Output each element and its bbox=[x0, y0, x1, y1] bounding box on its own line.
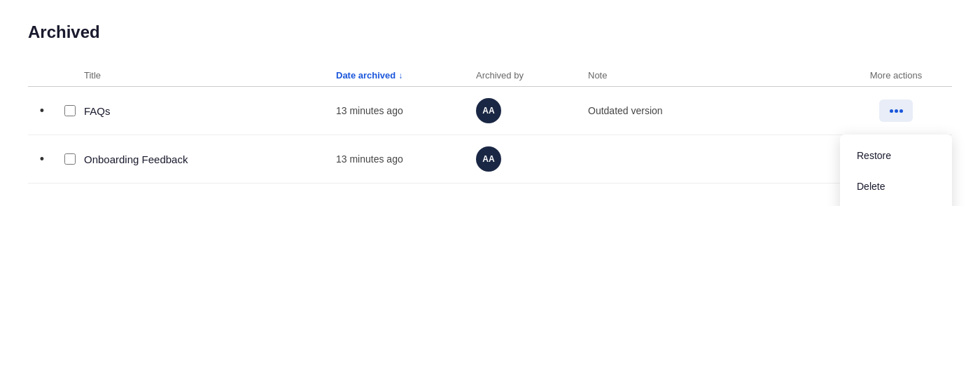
page-title: Archived bbox=[28, 22, 952, 42]
row-checkbox-1[interactable] bbox=[56, 105, 84, 116]
row-note-faqs: Outdated version bbox=[588, 105, 840, 116]
row-date-faqs: 13 minutes ago bbox=[336, 105, 476, 116]
dropdown-restore[interactable]: Restore bbox=[840, 140, 952, 171]
archived-table: Title Date archived ↓ Archived by Note M… bbox=[28, 64, 952, 184]
more-actions-col-faqs: Restore Delete Edit note bbox=[840, 99, 952, 122]
col-note: Note bbox=[588, 70, 840, 81]
avatar-onboarding: AA bbox=[476, 146, 501, 172]
row-title-faqs: FAQs bbox=[84, 105, 336, 117]
table-row: • FAQs 13 minutes ago AA Outdated versio… bbox=[28, 87, 952, 135]
row-bullet: • bbox=[28, 104, 56, 118]
avatar-faqs: AA bbox=[476, 98, 501, 123]
row-archived-by-onboarding: AA bbox=[476, 146, 588, 172]
col-date-archived[interactable]: Date archived ↓ bbox=[336, 70, 476, 81]
dot-icon bbox=[895, 109, 898, 113]
checkbox-faqs[interactable] bbox=[64, 105, 76, 116]
row-checkbox-2[interactable] bbox=[56, 153, 84, 165]
row-archived-by-faqs: AA bbox=[476, 98, 588, 123]
checkbox-onboarding[interactable] bbox=[64, 153, 76, 165]
more-actions-button-faqs[interactable] bbox=[879, 99, 913, 122]
dropdown-edit-note[interactable]: Edit note bbox=[840, 202, 952, 206]
dropdown-delete[interactable]: Delete bbox=[840, 171, 952, 202]
dropdown-menu: Restore Delete Edit note bbox=[840, 135, 952, 206]
dot-icon bbox=[890, 109, 893, 113]
row-date-onboarding: 13 minutes ago bbox=[336, 153, 476, 165]
row-title-onboarding: Onboarding Feedback bbox=[84, 153, 336, 165]
sort-arrow-icon: ↓ bbox=[398, 71, 402, 81]
dot-icon bbox=[899, 109, 903, 113]
col-title: Title bbox=[84, 70, 336, 81]
table-row: • Onboarding Feedback 13 minutes ago AA bbox=[28, 135, 952, 184]
col-more-actions: More actions bbox=[840, 70, 952, 81]
table-header: Title Date archived ↓ Archived by Note M… bbox=[28, 64, 952, 87]
row-bullet: • bbox=[28, 152, 56, 167]
col-archived-by: Archived by bbox=[476, 70, 588, 81]
